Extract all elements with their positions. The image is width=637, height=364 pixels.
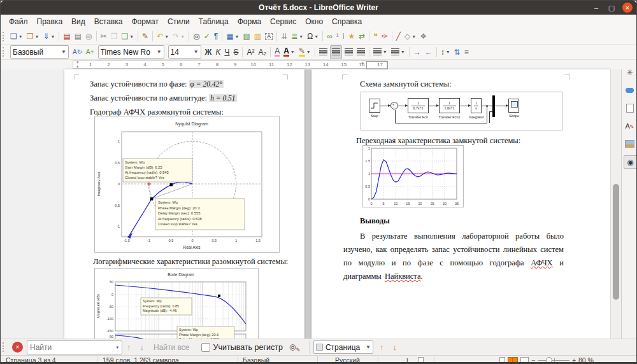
- find-replace-button[interactable]: ◎: [192, 30, 201, 43]
- conclusions-paragraph[interactable]: В результате выполнения лабораторной раб…: [343, 230, 564, 283]
- cut-button[interactable]: ✂: [99, 30, 108, 43]
- step-block[interactable]: [369, 99, 380, 113]
- dropdown-arrow-icon[interactable]: ▼: [180, 34, 185, 39]
- undo-button[interactable]: ↶▼: [155, 30, 170, 43]
- ordered-list-button[interactable]: ▼: [390, 46, 406, 59]
- simulink-block-diagram[interactable]: Step + − 10.7s+1 Transfer Fcn 11.6s+1 Tr…: [361, 92, 562, 130]
- justify-button[interactable]: [355, 46, 366, 59]
- nyquist-diagram-figure[interactable]: Nyquist Diagram Imaginary Axis Real Axis…: [94, 116, 280, 253]
- highlight-color-button[interactable]: ✎▼: [297, 46, 312, 59]
- font-name-combo[interactable]: Times New Ro ▼: [98, 45, 164, 59]
- bode-diagram-figure[interactable]: Bode Diagram Magnitude (dB) 50 0 -50 -10…: [94, 268, 259, 339]
- sidebar-gallery-button[interactable]: [624, 137, 636, 150]
- menu-item-tools[interactable]: Сервис: [266, 17, 301, 26]
- draw-functions-button[interactable]: ❖: [419, 30, 428, 43]
- scrollbar-thumb[interactable]: [613, 184, 619, 300]
- insert-field-button[interactable]: ≣▼: [290, 30, 304, 43]
- menu-item-form[interactable]: Форма: [233, 17, 266, 26]
- jump-next-button[interactable]: ↓: [388, 342, 401, 352]
- scope-block[interactable]: [508, 99, 519, 113]
- sidebar-settings-button[interactable]: ✳: [624, 66, 636, 78]
- dropdown-arrow-icon[interactable]: ▼: [299, 34, 303, 39]
- menu-item-view[interactable]: Вид: [67, 17, 90, 26]
- clear-formatting-button[interactable]: A: [273, 46, 281, 59]
- sidebar-page-button[interactable]: [624, 102, 636, 114]
- save-button[interactable]: ⇓▼: [41, 30, 56, 43]
- print-button[interactable]: ▤: [73, 30, 83, 43]
- dropdown-arrow-icon[interactable]: ▼: [412, 34, 416, 39]
- phase-margin-line[interactable]: Запас устойчивости по фазе: φ = 20.42°: [76, 79, 286, 89]
- menu-item-format[interactable]: Формат: [127, 17, 163, 26]
- insert-endnote-button[interactable]: i: [341, 30, 346, 43]
- copy-button[interactable]: ❐: [110, 30, 119, 43]
- underline-button[interactable]: Ч: [223, 46, 231, 59]
- new-document-button[interactable]: ❏▼: [9, 30, 24, 43]
- jump-previous-button[interactable]: ↑: [375, 342, 389, 352]
- integrator-block[interactable]: 1s: [471, 98, 482, 113]
- close-button[interactable]: ×: [622, 3, 633, 13]
- menu-item-table[interactable]: Таблица: [194, 17, 233, 26]
- font-color-button[interactable]: A▼: [282, 46, 296, 59]
- insert-image-button[interactable]: ▧: [241, 30, 251, 43]
- menu-item-window[interactable]: Окно: [301, 17, 327, 26]
- chevron-down-icon[interactable]: ▼: [59, 49, 66, 55]
- sidebar-properties-button[interactable]: [624, 84, 636, 96]
- paragraph-style-combo[interactable]: Базовый ▼: [10, 45, 69, 59]
- minimize-button[interactable]: –: [592, 4, 601, 11]
- subscript-button[interactable]: A₂: [257, 46, 268, 59]
- italic-button[interactable]: K: [214, 46, 222, 59]
- scheme-heading[interactable]: Схема замкнутой системы:: [343, 79, 566, 89]
- menu-item-edit[interactable]: Правка: [32, 17, 68, 26]
- transfer-fcn1-block[interactable]: 11.6s+1: [439, 98, 460, 113]
- open-button[interactable]: ❒▼: [25, 30, 41, 43]
- dropdown-arrow-icon[interactable]: ▼: [314, 34, 318, 39]
- chevron-down-icon[interactable]: ▼: [363, 344, 371, 350]
- increase-indent-button[interactable]: →: [412, 46, 422, 59]
- insert-hyperlink-button[interactable]: ∞: [326, 30, 334, 43]
- insert-bookmark-button[interactable]: ★: [347, 30, 356, 43]
- insert-chart-button[interactable]: ▥: [253, 30, 262, 43]
- dropdown-arrow-icon[interactable]: ▼: [290, 50, 295, 54]
- paste-button[interactable]: ❑▼: [120, 30, 135, 43]
- amplitude-margin-formula-field[interactable]: h = 0.51: [209, 94, 236, 102]
- right-indent-marker-icon[interactable]: ▾: [361, 62, 364, 66]
- dropdown-arrow-icon[interactable]: ▼: [401, 50, 405, 54]
- page-4[interactable]: Схема замкнутой системы: Step + − 10.7s: [311, 69, 610, 339]
- dropdown-arrow-icon[interactable]: ▼: [50, 34, 55, 39]
- insert-textbox-button[interactable]: A: [264, 30, 274, 43]
- new-style-button[interactable]: A+: [85, 46, 96, 59]
- menu-item-insert[interactable]: Вставка: [90, 17, 127, 26]
- dropdown-arrow-icon[interactable]: ▼: [18, 34, 23, 39]
- font-size-combo[interactable]: 14 ▼: [168, 45, 201, 59]
- toolbar-grip[interactable]: [3, 47, 5, 57]
- page-break-button[interactable]: ⇊: [280, 30, 289, 43]
- search-history-dropdown-icon[interactable]: ▾: [113, 345, 122, 350]
- menu-item-styles[interactable]: Стили: [163, 17, 194, 26]
- close-find-bar-button[interactable]: ×: [12, 342, 23, 353]
- unordered-list-button[interactable]: ▼: [372, 46, 389, 59]
- spelling-button[interactable]: ✓: [203, 30, 211, 43]
- dropdown-arrow-icon[interactable]: ▼: [383, 50, 387, 54]
- insert-line-button[interactable]: ╱: [395, 30, 402, 43]
- find-next-button[interactable]: ↓: [136, 342, 149, 352]
- decrease-indent-button[interactable]: ←: [424, 46, 434, 59]
- toolbar-grip[interactable]: [3, 342, 5, 352]
- paragraph-space-decrease-button[interactable]: ≡: [463, 46, 470, 59]
- amplitude-margin-line[interactable]: Запас устойчивости по амплитуде: h = 0.5…: [76, 93, 286, 103]
- paragraph-space-increase-button[interactable]: ⇅: [453, 46, 462, 59]
- indent-marker-bottom-icon[interactable]: ▴: [76, 64, 79, 68]
- toolbar-grip[interactable]: [3, 32, 5, 41]
- match-case-checkbox[interactable]: [201, 343, 210, 352]
- maximize-button[interactable]: ▢: [607, 4, 616, 12]
- clone-formatting-button[interactable]: ✎: [141, 30, 150, 43]
- update-style-button[interactable]: A↻: [71, 46, 83, 59]
- align-left-button[interactable]: [318, 46, 329, 59]
- page-3[interactable]: Запас устойчивости по фазе: φ = 20.42° З…: [64, 69, 304, 339]
- cross-reference-button[interactable]: ⇄: [357, 30, 366, 43]
- export-pdf-button[interactable]: ▤: [62, 30, 71, 43]
- find-and-replace-button[interactable]: ◎ ✎: [289, 342, 301, 353]
- print-preview-button[interactable]: ◎: [84, 30, 93, 43]
- search-input[interactable]: [27, 343, 111, 352]
- zoom-slider-track[interactable]: [538, 360, 569, 361]
- phase-margin-formula-field[interactable]: φ = 20.42°: [189, 80, 224, 88]
